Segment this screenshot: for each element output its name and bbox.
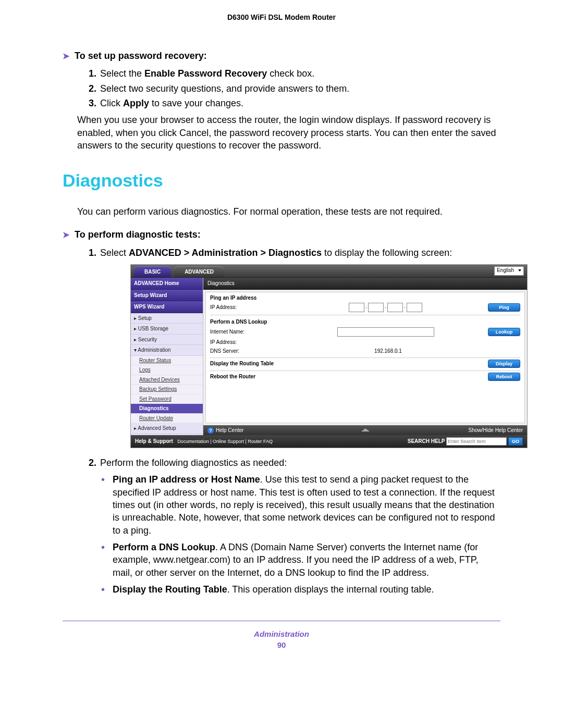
bullet-rest: . This operation displays the internal r… — [227, 584, 434, 595]
ip-octet-1[interactable] — [349, 303, 364, 312]
display-button[interactable]: Display — [488, 360, 520, 368]
tab-advanced[interactable]: ADVANCED — [174, 266, 224, 278]
sidebar: ADVANCED Home Setup Wizard WPS Wizard ▸ … — [131, 278, 203, 435]
footer-section: Administration — [63, 630, 500, 638]
support-bar: Help & Support Documentation | Online Su… — [131, 435, 527, 448]
step-text-before: Click — [100, 98, 123, 108]
step-2: 2.Perform the following diagnostics as n… — [89, 456, 500, 469]
diagnostics-bullets: Ping an IP address or Host Name. Use thi… — [101, 473, 500, 596]
sidebar-item-advanced-home[interactable]: ADVANCED Home — [131, 278, 203, 290]
steps-diagnostics: 1.Select ADVANCED > Administration > Dia… — [89, 246, 500, 470]
separator — [210, 315, 520, 315]
dns-server-value: 192.168.0.1 — [286, 348, 490, 355]
help-icon: ? — [207, 427, 214, 434]
internet-name-label: Internet Name: — [210, 328, 283, 336]
search-help-input[interactable] — [446, 437, 507, 446]
step-text: Perform the following diagnostics as nee… — [100, 458, 287, 468]
heading-text: To set up password recovery: — [75, 51, 207, 61]
help-center-bar[interactable]: ?Help Center Show/Hide Help Center — [203, 425, 527, 436]
help-center-label: Help Center — [216, 427, 243, 433]
heading-text: To perform diagnostic tests: — [75, 229, 201, 240]
step-text-after: to display the following screen: — [322, 248, 452, 258]
page-footer: Administration 90 — [63, 621, 500, 649]
sidebar-group-administration[interactable]: ▾ Administration — [131, 345, 203, 356]
step-text: Select two security questions, and provi… — [100, 83, 349, 94]
sidebar-sub-diagnostics[interactable]: Diagnostics — [131, 404, 203, 414]
bullet-bold: Ping an IP address or Host Name — [113, 474, 260, 485]
step-2: 2.Select two security questions, and pro… — [89, 82, 500, 95]
step-number: 1. — [89, 67, 100, 80]
step-1: 1.Select ADVANCED > Administration > Dia… — [89, 246, 500, 448]
step-text-bold: Apply — [123, 98, 149, 108]
ip-address-result-label: IP Address: — [210, 339, 283, 346]
show-hide-help-label[interactable]: Show/Hide Help Center — [469, 427, 523, 434]
step-text-bold: Enable Password Recovery — [144, 68, 267, 79]
step-number: 1. — [89, 246, 100, 259]
reboot-router-title: Reboot the Router — [210, 373, 283, 380]
breadcrumb: Diagnostics — [203, 278, 527, 290]
search-help-label: SEARCH HELP — [408, 438, 445, 444]
step-1: 1.Select the Enable Password Recovery ch… — [89, 67, 500, 80]
paragraph-recovery-note: When you use your browser to access the … — [77, 114, 500, 152]
sidebar-sub-backup-settings[interactable]: Backup Settings — [131, 385, 203, 394]
step-number: 2. — [89, 82, 100, 95]
sidebar-item-setup-wizard[interactable]: Setup Wizard — [131, 290, 203, 302]
ip-octet-2[interactable] — [368, 303, 384, 312]
triangle-bullet-icon: ➤ — [63, 51, 69, 62]
triangle-bullet-icon: ➤ — [63, 229, 69, 241]
lookup-button[interactable]: Lookup — [488, 328, 520, 336]
dns-server-label: DNS Server: — [210, 348, 283, 355]
step-number: 2. — [89, 456, 100, 469]
paragraph-diag-intro: You can perform various diagnostics. For… — [77, 205, 500, 218]
separator — [210, 357, 520, 358]
language-value[interactable]: English — [494, 266, 524, 276]
step-text-before: Select — [100, 248, 129, 258]
chevron-up-icon[interactable] — [361, 428, 370, 431]
ip-octet-4[interactable] — [407, 303, 422, 312]
ping-button[interactable]: Ping — [488, 303, 520, 312]
sidebar-group-security[interactable]: ▸ Security — [131, 335, 203, 346]
separator — [210, 371, 520, 371]
sidebar-group-advanced-setup[interactable]: ▸ Advanced Setup — [131, 423, 203, 434]
internet-name-input[interactable] — [337, 327, 434, 337]
go-button[interactable]: GO — [508, 437, 523, 446]
support-links[interactable]: Documentation | Online Support | Router … — [177, 439, 273, 444]
heading-perform-diag: ➤ To perform diagnostic tests: — [63, 229, 500, 241]
bullet-ping: Ping an IP address or Host Name. Use thi… — [101, 473, 500, 536]
sidebar-sub-set-password[interactable]: Set Password — [131, 394, 203, 404]
tab-bar: BASIC ADVANCED English — [131, 265, 527, 278]
sidebar-sub-logs[interactable]: Logs — [131, 365, 203, 375]
sidebar-sub-router-status[interactable]: Router Status — [131, 356, 203, 366]
document-header: D6300 WiFi DSL Modem Router — [63, 13, 500, 21]
step-text-bold: ADVANCED > Administration > Diagnostics — [129, 248, 322, 258]
step-text-after: check box. — [267, 68, 314, 79]
step-text-before: Select the — [100, 68, 144, 79]
sidebar-group-usb[interactable]: ▸ USB Storage — [131, 324, 203, 335]
step-number: 3. — [89, 97, 100, 109]
step-text-after: to save your changes. — [149, 98, 243, 108]
router-ui-screenshot: BASIC ADVANCED English ADVANCED Home Set… — [130, 264, 528, 448]
help-support-label: Help & Support — [135, 438, 173, 444]
dns-section-title: Perform a DNS Lookup — [206, 316, 524, 327]
ping-section-title: Ping an IP address — [206, 292, 524, 303]
heading-password-recovery: ➤ To set up password recovery: — [63, 51, 500, 62]
sidebar-sub-attached-devices[interactable]: Attached Devices — [131, 375, 203, 385]
language-selector[interactable]: English — [494, 266, 524, 276]
reboot-button[interactable]: Reboot — [488, 373, 520, 381]
bullet-bold: Perform a DNS Lookup — [113, 542, 215, 552]
step-3: 3.Click Apply to save your changes. — [89, 97, 500, 109]
bullet-bold: Display the Routing Table — [113, 584, 227, 595]
sidebar-item-wps-wizard[interactable]: WPS Wizard — [131, 301, 203, 313]
sidebar-sub-router-update[interactable]: Router Update — [131, 414, 203, 424]
bullet-routing: Display the Routing Table. This operatio… — [101, 583, 500, 596]
diagnostics-panel: Ping an IP address IP Address: . . . Pin… — [205, 292, 525, 423]
bullet-dns: Perform a DNS Lookup. A DNS (Domain Name… — [101, 541, 500, 579]
steps-password-recovery: 1.Select the Enable Password Recovery ch… — [89, 67, 500, 109]
sidebar-group-setup[interactable]: ▸ Setup — [131, 313, 203, 324]
footer-page-number: 90 — [63, 640, 500, 649]
tab-basic[interactable]: BASIC — [134, 266, 171, 278]
ip-address-label: IP Address: — [210, 304, 283, 311]
section-title-diagnostics: Diagnostics — [63, 170, 500, 191]
ip-octet-3[interactable] — [387, 303, 403, 312]
display-routing-title: Display the Routing Table — [210, 360, 283, 367]
